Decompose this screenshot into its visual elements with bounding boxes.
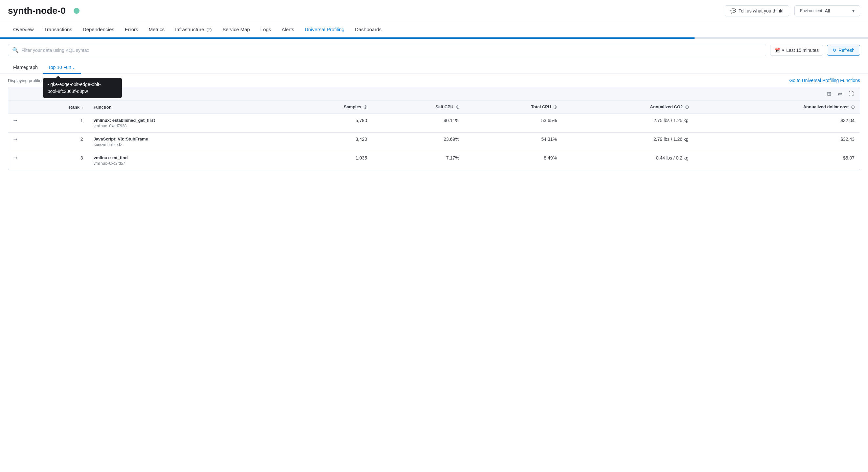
toolbar: 🔍 📅 ▾ Last 15 minutes ↻ Refresh — [0, 39, 868, 61]
expand-icon[interactable]: ↗ — [12, 117, 19, 124]
samples-info-icon: ⓘ — [364, 105, 367, 109]
total-cpu-info-icon: ⓘ — [554, 105, 557, 109]
sub-tab-top10[interactable]: Top 10 Fun… - gke-edge-oblt-edge-oblt- p… — [43, 61, 81, 74]
calendar-icon: 📅 — [774, 47, 780, 53]
time-picker[interactable]: 📅 ▾ Last 15 minutes — [770, 45, 823, 56]
sort-asc-icon: ↑ — [82, 106, 83, 109]
filter-icon[interactable]: ⇄ — [836, 90, 844, 98]
search-input[interactable] — [21, 47, 762, 53]
functions-table-container: ⊞ ⇄ ⛶ Rank ↑ Function Samples ⓘ Self CPU… — [8, 87, 860, 170]
total-cpu-cell: 53.65% — [465, 114, 562, 133]
tab-transactions[interactable]: Transactions — [39, 22, 78, 37]
cost-cell: $32.04 — [694, 114, 860, 133]
refresh-button[interactable]: ↻ Refresh — [827, 45, 860, 56]
co2-cell: 2.75 lbs / 1.25 kg — [562, 114, 694, 133]
col-self-cpu[interactable]: Self CPU ⓘ — [372, 100, 464, 114]
tab-errors[interactable]: Errors — [120, 22, 144, 37]
tab-dashboards[interactable]: Dashboards — [349, 22, 387, 37]
main-content: Displaying profiling insights from the s… — [0, 74, 868, 170]
self-cpu-cell: 40.11% — [372, 114, 464, 133]
col-samples[interactable]: Samples ⓘ — [282, 100, 373, 114]
col-expand — [8, 100, 23, 114]
tab-service-map[interactable]: Service Map — [217, 22, 255, 37]
columns-icon[interactable]: ⊞ — [825, 90, 833, 98]
service-name: synth-node-0 — [8, 6, 66, 16]
expand-icon[interactable]: ↗ — [12, 155, 19, 161]
rank-cell: 2 — [23, 133, 88, 151]
self-cpu-cell: 23.69% — [372, 133, 464, 151]
status-indicator — [73, 8, 80, 14]
tab-dependencies[interactable]: Dependencies — [78, 22, 120, 37]
insight-row: Displaying profiling insights from the s… — [8, 74, 860, 87]
search-icon: 🔍 — [12, 47, 19, 53]
tab-logs[interactable]: Logs — [255, 22, 277, 37]
function-cell: vmlinux: mt_find vmlinux+0xc2fd57 — [88, 151, 282, 170]
sub-tab-flamegraph[interactable]: Flamegraph — [8, 61, 43, 74]
beta-badge: β — [207, 28, 212, 32]
col-rank[interactable]: Rank ↑ — [23, 100, 88, 114]
co2-cell: 2.79 lbs / 1.26 kg — [562, 133, 694, 151]
page-header: synth-node-0 💬 Tell us what you think! E… — [0, 0, 868, 22]
col-co2[interactable]: Annualized CO2 ⓘ — [562, 100, 694, 114]
col-function[interactable]: Function — [88, 100, 282, 114]
cost-cell: $32.43 — [694, 133, 860, 151]
table-row: ↗ 2 JavaScript: V8::StubFrame <unsymboli… — [8, 133, 860, 151]
col-total-cpu[interactable]: Total CPU ⓘ — [465, 100, 562, 114]
sub-tabs: Flamegraph Top 10 Fun… - gke-edge-oblt-e… — [0, 61, 868, 74]
total-cpu-cell: 8.49% — [465, 151, 562, 170]
tab-alerts[interactable]: Alerts — [276, 22, 299, 37]
insight-info: Displaying profiling insights from the s… — [8, 78, 115, 83]
info-icon: i — [110, 78, 115, 83]
table-row: ↗ 1 vmlinux: established_get_first vmlin… — [8, 114, 860, 133]
cost-info-icon: ⓘ — [851, 105, 855, 109]
functions-table: Rank ↑ Function Samples ⓘ Self CPU ⓘ Tot… — [8, 100, 860, 170]
total-cpu-cell: 54.31% — [465, 133, 562, 151]
tab-metrics[interactable]: Metrics — [144, 22, 170, 37]
function-cell: JavaScript: V8::StubFrame <unsymbolized> — [88, 133, 282, 151]
co2-cell: 0.44 lbs / 0.2 kg — [562, 151, 694, 170]
environment-selector[interactable]: Environment All ▾ — [795, 5, 860, 16]
samples-cell: 5,790 — [282, 114, 373, 133]
search-box[interactable]: 🔍 — [8, 44, 766, 56]
tab-overview[interactable]: Overview — [8, 22, 39, 37]
samples-cell: 1,035 — [282, 151, 373, 170]
rank-cell: 1 — [23, 114, 88, 133]
chevron-down-icon: ▾ — [852, 8, 855, 13]
chevron-down-icon: ▾ — [782, 47, 784, 53]
samples-cell: 3,420 — [282, 133, 373, 151]
tab-infrastructure[interactable]: Infrastructure β — [170, 22, 217, 37]
self-cpu-info-icon: ⓘ — [456, 105, 459, 109]
refresh-icon: ↻ — [833, 47, 836, 53]
co2-info-icon: ⓘ — [685, 105, 689, 109]
go-to-universal-profiling-link[interactable]: Go to Universal Profiling Functions — [789, 78, 860, 83]
self-cpu-cell: 7.17% — [372, 151, 464, 170]
function-cell: vmlinux: established_get_first vmlinux+0… — [88, 114, 282, 133]
speech-icon: 💬 — [730, 8, 736, 13]
feedback-button[interactable]: 💬 Tell us what you think! — [725, 5, 789, 16]
cost-cell: $5.07 — [694, 151, 860, 170]
rank-cell: 3 — [23, 151, 88, 170]
tab-universal-profiling[interactable]: Universal Profiling — [299, 22, 349, 37]
functions-table-wrapper: ⊞ ⇄ ⛶ Rank ↑ Function Samples ⓘ Self CPU… — [8, 87, 860, 170]
fullscreen-icon[interactable]: ⛶ — [847, 90, 856, 98]
expand-icon[interactable]: ↗ — [12, 136, 19, 142]
col-cost[interactable]: Annualized dollar cost ⓘ — [694, 100, 860, 114]
table-toolbar: ⊞ ⇄ ⛶ — [8, 87, 860, 100]
main-nav: Overview Transactions Dependencies Error… — [0, 22, 868, 37]
table-row: ↗ 3 vmlinux: mt_find vmlinux+0xc2fd57 1,… — [8, 151, 860, 170]
